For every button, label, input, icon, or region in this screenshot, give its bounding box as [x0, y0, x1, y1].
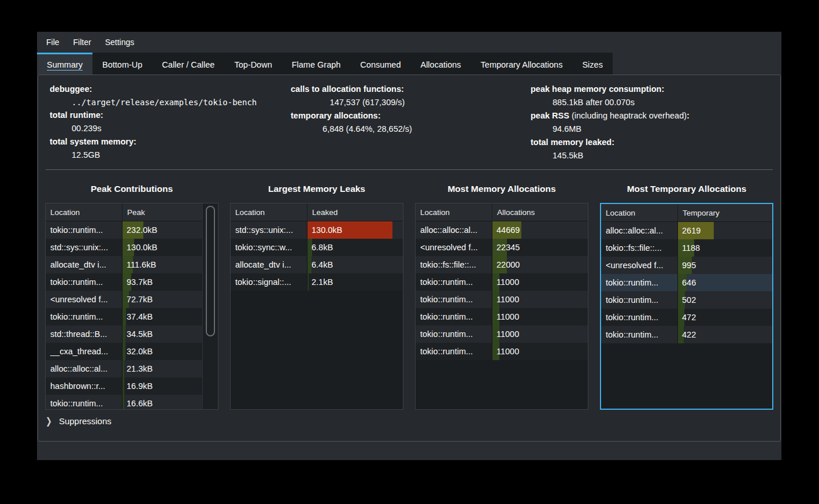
- table-row[interactable]: tokio::runtim...16.6kB: [46, 395, 203, 410]
- location-cell: tokio::fs::file::...: [601, 243, 677, 253]
- column-header-location[interactable]: Location: [46, 208, 122, 217]
- tab-flame-graph[interactable]: Flame Graph: [282, 53, 351, 75]
- table-row[interactable]: alloc::alloc::al...21.3kB: [46, 360, 203, 377]
- value-text: 130.0kB: [123, 243, 157, 252]
- location-cell: tokio::runtim...: [416, 329, 492, 339]
- table-row[interactable]: tokio::runtim...422: [601, 326, 772, 343]
- summary-page: debuggee:../target/release/examples/toki…: [38, 75, 781, 442]
- tab-consumed[interactable]: Consumed: [350, 53, 410, 75]
- summary-entry-value: 147,537 (617,309/s): [291, 96, 444, 109]
- tab-summary[interactable]: Summary: [37, 53, 92, 75]
- tab-temporary-allocations[interactable]: Temporary Allocations: [471, 53, 573, 75]
- location-cell: <unresolved f...: [416, 243, 492, 252]
- column-header-location[interactable]: Location: [416, 208, 492, 217]
- location-cell: tokio::signal::...: [231, 277, 307, 287]
- value-text: 16.6kB: [123, 399, 153, 408]
- summary-column-3: peak heap memory consumption:885.1kB aft…: [531, 83, 769, 162]
- tab-sizes[interactable]: Sizes: [572, 53, 612, 75]
- location-cell: tokio::runtim...: [416, 277, 492, 287]
- table-row[interactable]: allocate_dtv i...6.4kB: [231, 256, 403, 273]
- table-row[interactable]: std::sys::unix:...130.0kB: [231, 221, 403, 239]
- table-row[interactable]: tokio::runtim...472: [601, 309, 772, 326]
- status-strip: [37, 442, 781, 460]
- table-row[interactable]: tokio::runtim...11000: [416, 325, 588, 343]
- table-row[interactable]: alloc::alloc::al...44669: [416, 221, 588, 239]
- location-cell: tokio::runtim...: [416, 295, 492, 304]
- column-header-location[interactable]: Location: [601, 209, 677, 217]
- table-largest-memory-leaks: LocationLeakedstd::sys::unix:...130.0kBt…: [230, 203, 403, 410]
- table-row[interactable]: tokio::runtim...11000: [416, 343, 588, 360]
- table-row[interactable]: <unresolved f...995: [601, 257, 772, 274]
- chevron-right-icon: ❯: [46, 416, 52, 427]
- tab-label: Top-Down: [234, 60, 272, 69]
- summary-entry-value: 6,848 (4.64%, 28,652/s): [291, 123, 444, 136]
- tab-bottom-up[interactable]: Bottom-Up: [92, 53, 152, 75]
- vertical-scrollbar[interactable]: [202, 203, 218, 409]
- table-row[interactable]: alloc::alloc::al...2619: [601, 222, 772, 239]
- table-row[interactable]: tokio::runtim...232.0kB: [46, 221, 203, 239]
- table-row[interactable]: tokio::runtim...37.4kB: [46, 308, 203, 325]
- table-row[interactable]: tokio::runtim...11000: [416, 273, 588, 291]
- table-header: LocationPeak: [46, 203, 203, 221]
- menu-item-file[interactable]: File: [39, 32, 66, 53]
- table-row[interactable]: tokio::runtim...502: [601, 291, 772, 309]
- menu-item-filter[interactable]: Filter: [66, 32, 98, 53]
- value-text: 44669: [492, 225, 520, 235]
- table-header: LocationAllocations: [416, 203, 588, 221]
- suppressions-toggle[interactable]: ❯ Suppressions: [46, 416, 773, 426]
- table-row[interactable]: hashbrown::r...16.9kB: [46, 377, 203, 395]
- column-header-value[interactable]: Leaked: [307, 203, 403, 221]
- column-header-value[interactable]: Peak: [122, 203, 203, 221]
- location-cell: allocate_dtv i...: [231, 260, 307, 269]
- table-row[interactable]: tokio::fs::file::...22000: [416, 256, 588, 273]
- tab-label: Flame Graph: [292, 60, 341, 69]
- table-row[interactable]: <unresolved f...22345: [416, 239, 588, 256]
- location-cell: alloc::alloc::al...: [416, 225, 492, 235]
- table-row[interactable]: tokio::sync::w...6.8kB: [231, 239, 403, 256]
- location-cell: tokio::runtim...: [601, 330, 677, 339]
- value-text: 1188: [678, 243, 700, 253]
- tab-label: Bottom-Up: [102, 60, 142, 69]
- value-cell: 472: [677, 309, 772, 326]
- location-cell: tokio::fs::file::...: [416, 260, 492, 269]
- panel-most-temporary-allocations: Most Temporary AllocationsLocationTempor…: [600, 184, 773, 410]
- table-row[interactable]: <unresolved f...72.7kB: [46, 291, 203, 308]
- table-row[interactable]: tokio::runtim...93.7kB: [46, 273, 203, 291]
- menu-bar: FileFilterSettings: [37, 32, 781, 53]
- table-row[interactable]: tokio::signal::...2.1kB: [231, 273, 403, 291]
- summary-entry-label: calls to allocation functions:: [291, 83, 444, 96]
- scrollbar-thumb[interactable]: [206, 206, 215, 336]
- tab-allocations[interactable]: Allocations: [410, 53, 470, 75]
- table-row[interactable]: __cxa_thread...32.0kB: [46, 343, 203, 360]
- summary-entry-value: 12.5GB: [50, 149, 291, 162]
- value-cell: 22345: [492, 239, 588, 256]
- table-row[interactable]: allocate_dtv i...111.6kB: [46, 256, 203, 273]
- tab-strip: SummaryBottom-UpCaller / CalleeTop-DownF…: [37, 53, 613, 75]
- column-header-value[interactable]: Temporary: [677, 204, 772, 221]
- table-row[interactable]: tokio::runtim...11000: [416, 308, 588, 325]
- value-text: 22000: [492, 260, 520, 269]
- value-text: 2619: [678, 226, 701, 235]
- value-cell: 6.4kB: [307, 256, 403, 273]
- value-cell: 16.6kB: [122, 395, 203, 410]
- tab-top-down[interactable]: Top-Down: [224, 53, 281, 75]
- location-cell: tokio::runtim...: [601, 313, 677, 322]
- location-cell: tokio::runtim...: [601, 278, 677, 287]
- table-row[interactable]: tokio::runtim...646: [601, 274, 772, 291]
- value-cell: 130.0kB: [307, 221, 403, 239]
- table-row[interactable]: std::sys::unix:...130.0kB: [46, 239, 203, 256]
- value-cell: 11000: [492, 273, 588, 291]
- table-row[interactable]: tokio::runtim...11000: [416, 291, 588, 308]
- table-row[interactable]: tokio::fs::file::...1188: [601, 239, 772, 257]
- column-header-location[interactable]: Location: [231, 208, 307, 217]
- table-most-temporary-allocations: LocationTemporaryalloc::alloc::al...2619…: [600, 203, 773, 410]
- tab-caller-callee[interactable]: Caller / Callee: [152, 53, 224, 75]
- value-text: 111.6kB: [123, 260, 156, 269]
- value-text: 472: [678, 313, 696, 322]
- location-cell: <unresolved f...: [601, 261, 677, 270]
- menu-item-settings[interactable]: Settings: [98, 32, 142, 53]
- location-cell: tokio::runtim...: [416, 347, 492, 356]
- column-header-value[interactable]: Allocations: [492, 203, 588, 221]
- table-row[interactable]: std::thread::B...34.5kB: [46, 325, 203, 343]
- summary-entry: peak heap memory consumption:885.1kB aft…: [531, 83, 769, 109]
